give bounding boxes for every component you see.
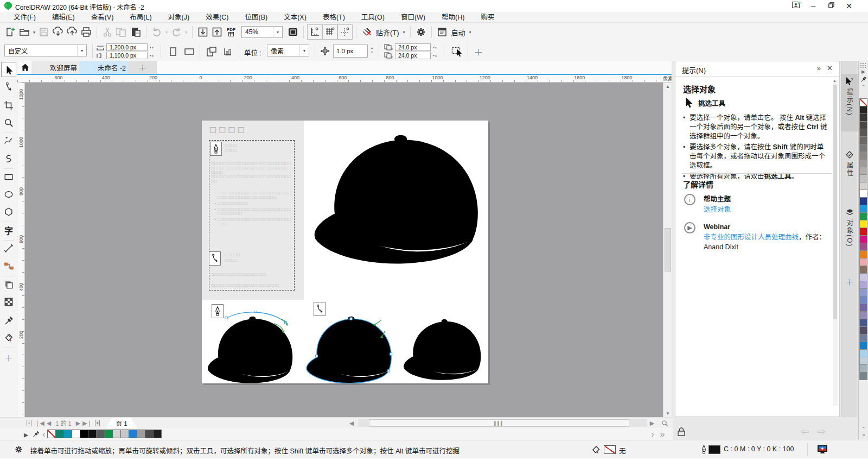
shape-tool[interactable] [1,79,16,94]
page-1-tab[interactable]: 页 1 [106,418,137,428]
nudge-spinner[interactable]: ▴▾ [370,46,374,54]
docpalette-eyedropper-icon[interactable] [31,430,40,438]
show-grid-toggle[interactable] [322,24,337,40]
show-guidelines-toggle[interactable] [337,24,353,40]
save-to-cloud-button[interactable] [65,25,79,39]
connector-tool[interactable] [1,258,16,274]
page-dimensions-button[interactable] [220,45,235,59]
current-page-size-button[interactable] [204,45,219,59]
color-swatch[interactable] [859,273,867,281]
color-swatch[interactable] [859,357,867,365]
color-swatch[interactable] [63,430,72,438]
color-swatch[interactable] [859,326,867,335]
color-swatch[interactable] [859,190,867,198]
color-swatch[interactable] [96,430,105,438]
options-gear-button[interactable] [414,25,428,39]
rectangle-tool[interactable] [1,169,16,185]
vertical-scrollbar[interactable]: ▲ ▼ [663,83,672,417]
palette-drag-handle[interactable] [860,62,867,68]
nudge-distance-field[interactable]: 1.0 px [333,45,368,58]
add-propbar-item-button[interactable]: ＋ [474,45,483,58]
color-swatch[interactable] [859,144,867,152]
open-button[interactable] [17,25,31,39]
palette-scroll-down-icon[interactable]: ⌄ [859,422,868,430]
status-gear-icon[interactable] [14,445,23,454]
color-swatch[interactable] [859,159,867,167]
color-swatch[interactable] [859,319,867,327]
page-preset-combo[interactable]: 自定义▾ [4,45,87,56]
page-width-spinner[interactable]: ▾▴ [150,45,154,49]
print-button[interactable] [79,25,93,39]
menu-item[interactable]: 对象(J) [160,12,198,23]
copy-button[interactable] [114,25,129,39]
color-swatch[interactable] [859,342,867,350]
menu-item[interactable]: 工具(O) [353,12,393,23]
docker-close-icon[interactable]: ✕ [827,64,833,72]
docpalette-flyout-icon[interactable]: ▸ [23,430,29,439]
restore-button[interactable] [824,1,838,11]
home-welcome-icon[interactable] [18,61,31,74]
open-from-cloud-button[interactable] [51,25,65,39]
duplicate-y-field[interactable]: 24.0 px [395,52,431,59]
menu-item[interactable]: 布局(L) [122,12,159,23]
close-button[interactable]: ✕ [842,1,856,11]
zoom-tool[interactable] [1,115,16,130]
hscroll-left-icon[interactable]: ◀ [348,419,355,427]
launch-dropdown-icon[interactable]: ▾ [468,30,473,35]
add-page-start-icon[interactable] [25,419,34,427]
docker-scroll-thumb[interactable] [833,85,837,319]
snap-off-button[interactable] [360,25,374,39]
color-swatch[interactable] [859,266,867,274]
undo-dropdown-icon[interactable]: ▾ [164,30,169,35]
color-swatch[interactable] [859,311,867,319]
help-topic-link[interactable]: 选择对象 [704,205,731,214]
menu-item[interactable]: 窗口(W) [393,12,433,23]
color-swatch[interactable] [859,334,867,342]
transparency-tool[interactable] [1,294,16,310]
sign-in-icon[interactable] [789,1,803,11]
new-document-button[interactable] [3,25,17,39]
color-swatch[interactable] [55,430,64,438]
color-swatch[interactable] [859,372,867,380]
crop-tool[interactable] [1,98,16,113]
artistic-media-tool[interactable] [1,151,16,166]
launch-label[interactable]: 启动 [451,27,465,37]
color-swatch[interactable] [859,304,867,312]
drop-shadow-tool[interactable] [1,277,16,292]
page-height-spinner[interactable]: ▾▴ [150,53,154,57]
menu-item[interactable]: 位图(B) [237,12,276,23]
color-eyedropper-tool[interactable] [1,313,16,328]
color-swatch[interactable] [859,220,867,228]
paste-button[interactable] [129,25,143,39]
polygon-tool[interactable] [1,204,16,219]
prev-page-icon[interactable]: ◀ [46,419,52,427]
duplicate-x-field[interactable]: 24.0 px [395,43,431,51]
color-swatch[interactable] [859,129,867,137]
menu-item[interactable]: 表格(T) [315,12,353,23]
docker-tab-hints[interactable]: ? 提示(N) [841,74,858,131]
quick-zoom-icon[interactable] [660,419,669,427]
freehand-tool[interactable] [1,134,16,149]
snap-to-label[interactable]: 贴齐(T) [376,27,399,37]
color-swatch[interactable] [153,430,162,438]
color-swatch[interactable] [137,430,145,438]
docpalette-expand-icon[interactable]: » [659,430,666,439]
fullscreen-preview-button[interactable] [286,25,300,39]
menu-item[interactable]: 编辑(E) [44,12,83,23]
horizontal-scrollbar[interactable]: ▌▌▌ [358,419,647,427]
treat-as-filled-toggle[interactable] [449,45,464,59]
no-color-swatch[interactable] [859,98,867,106]
color-swatch[interactable] [859,167,867,175]
color-swatch[interactable] [129,430,137,438]
color-swatch[interactable] [859,205,867,213]
color-swatch[interactable] [859,349,867,357]
hscroll-right-icon[interactable]: ▶ [649,419,655,427]
color-swatch[interactable] [859,288,867,296]
color-swatch[interactable] [859,296,867,304]
color-swatch[interactable] [859,106,867,114]
palette-eyedropper-icon[interactable] [859,75,868,83]
launcher-button[interactable] [435,25,449,39]
menu-item[interactable]: 查看(V) [83,12,122,23]
import-button[interactable] [196,25,210,39]
color-swatch[interactable] [859,121,867,129]
